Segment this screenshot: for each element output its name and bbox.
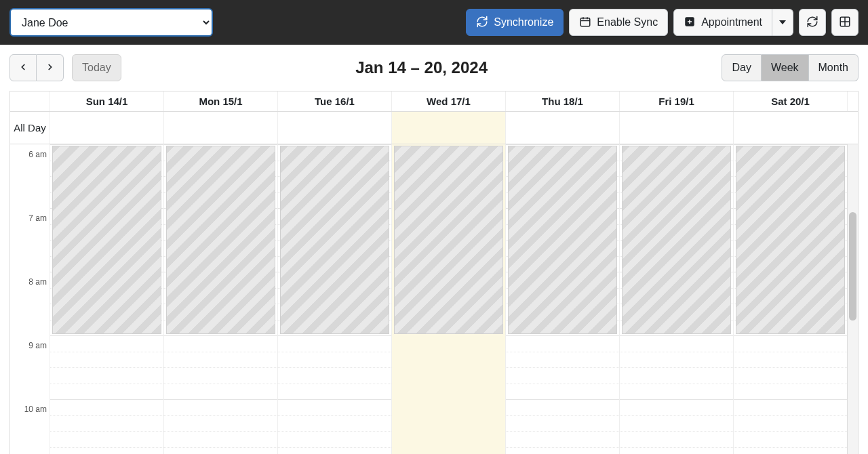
- toggle-view-button[interactable]: [831, 9, 859, 36]
- unavailable-block: [52, 146, 161, 334]
- sync-icon: [476, 16, 488, 30]
- day-header[interactable]: Sat 20/1: [733, 91, 847, 111]
- unavailable-block: [280, 146, 389, 334]
- all-day-label: All Day: [10, 112, 50, 144]
- caret-down-icon: [779, 20, 786, 24]
- day-column[interactable]: [163, 144, 277, 454]
- all-day-cell[interactable]: [50, 112, 163, 144]
- new-appointment-button[interactable]: Appointment: [673, 9, 772, 36]
- day-column[interactable]: [50, 144, 163, 454]
- view-month[interactable]: Month: [809, 54, 859, 81]
- prev-button[interactable]: [9, 54, 37, 81]
- appointment-split-button: Appointment: [673, 9, 793, 36]
- day-column[interactable]: [619, 144, 733, 454]
- all-day-row: All Day: [10, 112, 858, 144]
- top-toolbar: Jane Doe Synchronize Enable Sync Appoint…: [0, 0, 868, 45]
- calendar-scrollbar[interactable]: [847, 144, 858, 454]
- svg-rect-0: [581, 18, 591, 26]
- day-header[interactable]: Sun 14/1: [50, 91, 163, 111]
- all-day-cell[interactable]: [163, 112, 277, 144]
- chevron-right-icon: [45, 62, 55, 74]
- calendar-title: Jan 14 – 20, 2024: [130, 58, 714, 77]
- day-header[interactable]: Fri 19/1: [619, 91, 733, 111]
- scroll-gutter-allday: [847, 112, 858, 144]
- scroll-gutter-head: [847, 91, 858, 111]
- day-header[interactable]: Wed 17/1: [391, 91, 505, 111]
- plus-square-icon: [684, 16, 696, 30]
- day-header[interactable]: Mon 15/1: [163, 91, 277, 111]
- scroll-thumb[interactable]: [849, 212, 856, 321]
- time-label: 9 am: [28, 341, 47, 350]
- time-label: 6 am: [28, 150, 47, 159]
- all-day-cell[interactable]: [391, 112, 505, 144]
- time-label: 7 am: [28, 213, 47, 223]
- grid-icon: [839, 16, 851, 30]
- reload-icon: [806, 16, 818, 30]
- unavailable-block: [622, 146, 731, 334]
- calendar-icon: [579, 16, 591, 30]
- calendar-header: Today Jan 14 – 20, 2024 Day Week Month: [0, 45, 868, 91]
- nav-group: [9, 54, 64, 81]
- day-column[interactable]: [733, 144, 847, 454]
- day-header[interactable]: Tue 16/1: [277, 91, 391, 111]
- day-column[interactable]: [391, 144, 505, 454]
- time-label: 8 am: [28, 277, 47, 287]
- unavailable-block: [166, 146, 275, 334]
- day-column[interactable]: [277, 144, 391, 454]
- day-header-row: Sun 14/1 Mon 15/1 Tue 16/1 Wed 17/1 Thu …: [10, 91, 858, 112]
- time-axis: 6 am7 am8 am9 am10 am: [10, 144, 50, 454]
- synchronize-button[interactable]: Synchronize: [466, 9, 564, 36]
- time-grid: 6 am7 am8 am9 am10 am: [10, 144, 858, 454]
- appointment-label: Appointment: [701, 17, 762, 28]
- synchronize-label: Synchronize: [494, 17, 553, 28]
- day-header[interactable]: Thu 18/1: [505, 91, 619, 111]
- axis-gutter-head: [10, 91, 50, 111]
- days-area[interactable]: [50, 144, 847, 454]
- view-day[interactable]: Day: [722, 54, 761, 81]
- today-button[interactable]: Today: [72, 54, 121, 81]
- calendar-grid: Sun 14/1 Mon 15/1 Tue 16/1 Wed 17/1 Thu …: [9, 91, 859, 454]
- chevron-left-icon: [18, 62, 28, 74]
- enable-sync-label: Enable Sync: [597, 17, 658, 28]
- unavailable-block: [508, 146, 617, 334]
- all-day-cell[interactable]: [277, 112, 391, 144]
- appointment-caret[interactable]: [772, 9, 793, 36]
- unavailable-block: [736, 146, 845, 334]
- time-label: 10 am: [24, 405, 47, 414]
- view-week[interactable]: Week: [762, 54, 809, 81]
- all-day-cell[interactable]: [619, 112, 733, 144]
- all-day-cell[interactable]: [733, 112, 847, 144]
- day-column[interactable]: [505, 144, 619, 454]
- provider-select[interactable]: Jane Doe: [9, 8, 213, 37]
- unavailable-block: [394, 146, 503, 334]
- reload-button[interactable]: [799, 9, 826, 36]
- all-day-cell[interactable]: [505, 112, 619, 144]
- enable-sync-button[interactable]: Enable Sync: [569, 9, 668, 36]
- next-button[interactable]: [37, 54, 64, 81]
- view-switch: Day Week Month: [722, 54, 859, 81]
